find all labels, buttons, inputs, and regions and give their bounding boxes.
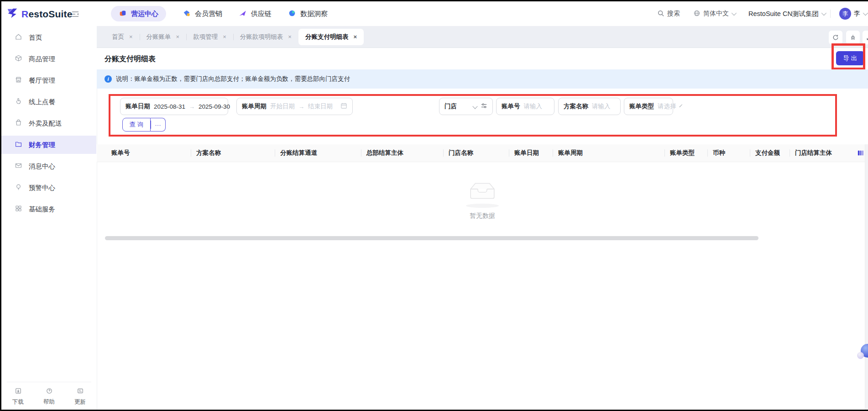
finance-folder-icon: [15, 140, 22, 149]
screenshot-frame-left: [0, 0, 1, 411]
update-button[interactable]: 更新: [74, 387, 86, 406]
sidebar-item-messages[interactable]: 消息中心: [1, 157, 96, 175]
tab-close-icon[interactable]: ×: [223, 34, 226, 40]
clear-cache-button[interactable]: [846, 31, 860, 44]
footer-item-label: 更新: [74, 398, 86, 406]
filter-sliders-icon[interactable]: [481, 102, 487, 111]
download-button[interactable]: 下载: [12, 387, 24, 406]
download-icon: [15, 387, 22, 396]
info-icon: [105, 75, 112, 83]
bill-type-select[interactable]: 账单类型 请选择: [624, 98, 673, 115]
sidebar-item-basic-services[interactable]: 基础服务: [1, 200, 96, 218]
notice-text: 说明：账单金额为正数，需要门店向总部支付；账单金额为负数，需要总部向门店支付: [116, 75, 350, 83]
footer-item-label: 帮助: [43, 398, 55, 406]
tab-split-payment-items[interactable]: 分账款项明细表 ×: [233, 29, 298, 45]
nav-item-label: 供应链: [251, 10, 272, 18]
horizontal-scrollbar-thumb[interactable]: [105, 236, 758, 240]
tab-home[interactable]: 首页 ×: [105, 29, 140, 45]
query-button-group: 查 询 ···: [122, 118, 166, 132]
bulb-icon: [15, 183, 22, 192]
topbar-divider: [830, 1, 831, 26]
column-header: 账单号: [111, 144, 130, 162]
store-select[interactable]: 门店: [439, 98, 493, 115]
expand-icon: [866, 34, 868, 41]
grid-icon: [15, 205, 22, 214]
filter-label: 方案名称: [564, 102, 588, 111]
user-menu[interactable]: 李 李: [839, 1, 867, 26]
page-header: 分账支付明细表: [97, 48, 868, 69]
sidebar-item-label: 预警中心: [29, 184, 55, 192]
assistant-mascot[interactable]: [856, 343, 868, 362]
vertical-scrollbar-track[interactable]: [865, 144, 868, 410]
empty-text: 暂无数据: [97, 212, 868, 220]
chevron-down-icon: [679, 104, 682, 107]
tab-close-icon[interactable]: ×: [176, 34, 180, 40]
arrow-right-icon: →: [189, 103, 195, 110]
brand-name: RestoSuite: [21, 9, 73, 20]
period-end-placeholder: 结束日期: [308, 102, 333, 111]
supply-chain-icon: [239, 9, 247, 19]
sidebar-item-finance[interactable]: 财务管理: [1, 136, 96, 154]
broom-icon: [849, 34, 857, 41]
column-settings-icon[interactable]: [858, 150, 864, 158]
query-button[interactable]: 查 询: [122, 118, 151, 132]
tab-label: 款项管理: [193, 33, 218, 41]
empty-box-icon: [97, 181, 868, 203]
org-switcher[interactable]: RestoSuite CN测试集团: [748, 1, 825, 26]
column-header: 门店名称: [449, 144, 473, 162]
restosuite-logo-icon: [6, 7, 18, 21]
tab-payment-management[interactable]: 款项管理 ×: [186, 29, 233, 45]
bill-number-input[interactable]: 账单号 请输入: [496, 98, 554, 115]
refresh-button[interactable]: [829, 31, 842, 44]
plan-name-input[interactable]: 方案名称 请输入: [558, 98, 621, 115]
tab-split-payment-detail[interactable]: 分账支付明细表 ×: [298, 29, 364, 45]
language-label: 简体中文: [703, 10, 729, 18]
nav-item-label: 营运中心: [131, 10, 158, 18]
sidebar-menu: 首页 商品管理 餐厅管理 线上点餐 外卖及配送 财务管理: [1, 28, 96, 221]
sidebar-item-delivery[interactable]: 外卖及配送: [1, 114, 96, 132]
sidebar-item-label: 外卖及配送: [29, 119, 62, 128]
sidebar: 首页 商品管理 餐厅管理 线上点餐 外卖及配送 财务管理: [1, 26, 97, 410]
tab-close-icon[interactable]: ×: [353, 34, 357, 40]
bill-number-placeholder: 请输入: [524, 102, 543, 111]
column-header: 账单类型: [670, 144, 695, 162]
global-search[interactable]: 搜索: [657, 1, 680, 26]
calendar-icon: [340, 102, 347, 111]
arrow-right-icon: →: [298, 103, 304, 110]
hand-order-icon: [15, 97, 22, 106]
language-switcher[interactable]: 简体中文: [693, 1, 735, 26]
org-label: RestoSuite CN测试集团: [748, 10, 819, 18]
more-filters-button[interactable]: ···: [151, 118, 166, 132]
nav-item-supply-chain[interactable]: 供应链: [239, 6, 272, 21]
sidebar-item-restaurant[interactable]: 餐厅管理: [1, 71, 96, 90]
sidebar-item-products[interactable]: 商品管理: [1, 50, 96, 68]
sidebar-item-online-ordering[interactable]: 线上点餐: [1, 93, 96, 111]
screenshot-frame-top: [0, 0, 868, 1]
nav-item-insights[interactable]: 数据洞察: [288, 6, 328, 21]
sidebar-item-home[interactable]: 首页: [1, 28, 96, 47]
nav-item-membership[interactable]: 会员营销: [183, 6, 222, 21]
sidebar-item-label: 消息中心: [29, 162, 55, 171]
membership-icon: [183, 9, 191, 19]
export-button[interactable]: 导 出: [836, 51, 864, 65]
chevron-down-icon: [821, 11, 826, 16]
refresh-icon: [832, 34, 839, 41]
sidebar-item-alerts[interactable]: 预警中心: [1, 179, 96, 197]
changelog-icon: [77, 387, 84, 396]
brand-logo[interactable]: RestoSuite: [6, 7, 73, 21]
tab-close-icon[interactable]: ×: [288, 34, 292, 40]
bill-date-range-picker[interactable]: 账单日期 2025-08-31 → 2025-09-30: [120, 98, 228, 115]
help-button[interactable]: 帮助: [43, 387, 55, 406]
package-icon: [15, 54, 22, 63]
tab-close-icon[interactable]: ×: [129, 34, 133, 40]
expand-button[interactable]: [863, 31, 868, 44]
tab-split-bills[interactable]: 分账账单 ×: [140, 29, 187, 45]
empty-state: 暂无数据: [97, 181, 868, 220]
nav-item-operations[interactable]: 营运中心: [111, 6, 166, 21]
sidebar-item-label: 基础服务: [29, 205, 55, 214]
column-header: 门店结算主体: [795, 144, 832, 162]
bill-period-range-picker[interactable]: 账单周期 开始日期 → 结束日期: [236, 98, 353, 115]
sidebar-collapse-icon[interactable]: [71, 10, 80, 19]
search-label: 搜索: [667, 10, 680, 18]
sidebar-item-label: 餐厅管理: [29, 76, 55, 85]
